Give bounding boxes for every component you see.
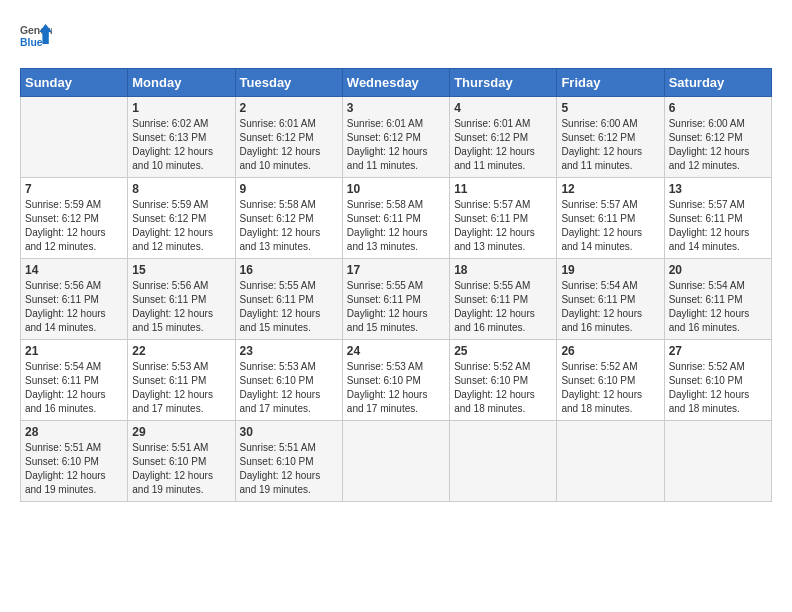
day-number: 21 (25, 344, 123, 358)
day-number: 26 (561, 344, 659, 358)
day-cell: 9Sunrise: 5:58 AM Sunset: 6:12 PM Daylig… (235, 178, 342, 259)
svg-text:Blue: Blue (20, 37, 43, 48)
day-cell: 29Sunrise: 5:51 AM Sunset: 6:10 PM Dayli… (128, 421, 235, 502)
day-cell: 10Sunrise: 5:58 AM Sunset: 6:11 PM Dayli… (342, 178, 449, 259)
day-info: Sunrise: 6:01 AM Sunset: 6:12 PM Dayligh… (347, 117, 445, 173)
col-header-friday: Friday (557, 69, 664, 97)
day-info: Sunrise: 5:51 AM Sunset: 6:10 PM Dayligh… (240, 441, 338, 497)
day-number: 28 (25, 425, 123, 439)
day-number: 25 (454, 344, 552, 358)
day-info: Sunrise: 5:54 AM Sunset: 6:11 PM Dayligh… (561, 279, 659, 335)
day-info: Sunrise: 5:51 AM Sunset: 6:10 PM Dayligh… (132, 441, 230, 497)
day-cell: 25Sunrise: 5:52 AM Sunset: 6:10 PM Dayli… (450, 340, 557, 421)
day-number: 1 (132, 101, 230, 115)
day-cell: 20Sunrise: 5:54 AM Sunset: 6:11 PM Dayli… (664, 259, 771, 340)
day-info: Sunrise: 6:01 AM Sunset: 6:12 PM Dayligh… (454, 117, 552, 173)
day-number: 22 (132, 344, 230, 358)
day-cell: 27Sunrise: 5:52 AM Sunset: 6:10 PM Dayli… (664, 340, 771, 421)
day-info: Sunrise: 5:53 AM Sunset: 6:10 PM Dayligh… (347, 360, 445, 416)
day-number: 13 (669, 182, 767, 196)
column-headers: SundayMondayTuesdayWednesdayThursdayFrid… (21, 69, 772, 97)
day-cell: 19Sunrise: 5:54 AM Sunset: 6:11 PM Dayli… (557, 259, 664, 340)
day-info: Sunrise: 5:59 AM Sunset: 6:12 PM Dayligh… (132, 198, 230, 254)
day-info: Sunrise: 6:00 AM Sunset: 6:12 PM Dayligh… (561, 117, 659, 173)
day-cell: 22Sunrise: 5:53 AM Sunset: 6:11 PM Dayli… (128, 340, 235, 421)
logo-icon: General Blue (20, 20, 52, 52)
day-number: 7 (25, 182, 123, 196)
day-number: 3 (347, 101, 445, 115)
page-header: General Blue (20, 20, 772, 52)
day-cell (664, 421, 771, 502)
day-info: Sunrise: 5:55 AM Sunset: 6:11 PM Dayligh… (240, 279, 338, 335)
day-info: Sunrise: 5:55 AM Sunset: 6:11 PM Dayligh… (454, 279, 552, 335)
day-info: Sunrise: 5:54 AM Sunset: 6:11 PM Dayligh… (25, 360, 123, 416)
day-info: Sunrise: 5:54 AM Sunset: 6:11 PM Dayligh… (669, 279, 767, 335)
day-info: Sunrise: 5:56 AM Sunset: 6:11 PM Dayligh… (25, 279, 123, 335)
day-number: 11 (454, 182, 552, 196)
day-cell: 13Sunrise: 5:57 AM Sunset: 6:11 PM Dayli… (664, 178, 771, 259)
day-number: 24 (347, 344, 445, 358)
day-info: Sunrise: 5:52 AM Sunset: 6:10 PM Dayligh… (669, 360, 767, 416)
day-info: Sunrise: 5:59 AM Sunset: 6:12 PM Dayligh… (25, 198, 123, 254)
day-info: Sunrise: 5:51 AM Sunset: 6:10 PM Dayligh… (25, 441, 123, 497)
day-number: 18 (454, 263, 552, 277)
day-info: Sunrise: 5:57 AM Sunset: 6:11 PM Dayligh… (669, 198, 767, 254)
day-cell: 11Sunrise: 5:57 AM Sunset: 6:11 PM Dayli… (450, 178, 557, 259)
day-cell: 5Sunrise: 6:00 AM Sunset: 6:12 PM Daylig… (557, 97, 664, 178)
day-number: 17 (347, 263, 445, 277)
day-number: 30 (240, 425, 338, 439)
day-number: 12 (561, 182, 659, 196)
day-cell (342, 421, 449, 502)
day-info: Sunrise: 5:57 AM Sunset: 6:11 PM Dayligh… (561, 198, 659, 254)
col-header-thursday: Thursday (450, 69, 557, 97)
day-number: 20 (669, 263, 767, 277)
day-cell: 14Sunrise: 5:56 AM Sunset: 6:11 PM Dayli… (21, 259, 128, 340)
col-header-saturday: Saturday (664, 69, 771, 97)
day-cell: 3Sunrise: 6:01 AM Sunset: 6:12 PM Daylig… (342, 97, 449, 178)
day-cell: 16Sunrise: 5:55 AM Sunset: 6:11 PM Dayli… (235, 259, 342, 340)
col-header-sunday: Sunday (21, 69, 128, 97)
day-cell: 12Sunrise: 5:57 AM Sunset: 6:11 PM Dayli… (557, 178, 664, 259)
day-number: 6 (669, 101, 767, 115)
week-row-1: 1Sunrise: 6:02 AM Sunset: 6:13 PM Daylig… (21, 97, 772, 178)
day-number: 29 (132, 425, 230, 439)
week-row-4: 21Sunrise: 5:54 AM Sunset: 6:11 PM Dayli… (21, 340, 772, 421)
day-number: 19 (561, 263, 659, 277)
day-number: 4 (454, 101, 552, 115)
day-info: Sunrise: 5:56 AM Sunset: 6:11 PM Dayligh… (132, 279, 230, 335)
day-info: Sunrise: 5:53 AM Sunset: 6:11 PM Dayligh… (132, 360, 230, 416)
day-cell: 2Sunrise: 6:01 AM Sunset: 6:12 PM Daylig… (235, 97, 342, 178)
day-number: 15 (132, 263, 230, 277)
day-cell: 28Sunrise: 5:51 AM Sunset: 6:10 PM Dayli… (21, 421, 128, 502)
day-cell: 7Sunrise: 5:59 AM Sunset: 6:12 PM Daylig… (21, 178, 128, 259)
day-info: Sunrise: 5:57 AM Sunset: 6:11 PM Dayligh… (454, 198, 552, 254)
day-cell: 1Sunrise: 6:02 AM Sunset: 6:13 PM Daylig… (128, 97, 235, 178)
day-cell: 26Sunrise: 5:52 AM Sunset: 6:10 PM Dayli… (557, 340, 664, 421)
day-info: Sunrise: 6:02 AM Sunset: 6:13 PM Dayligh… (132, 117, 230, 173)
day-info: Sunrise: 5:55 AM Sunset: 6:11 PM Dayligh… (347, 279, 445, 335)
day-cell: 15Sunrise: 5:56 AM Sunset: 6:11 PM Dayli… (128, 259, 235, 340)
day-info: Sunrise: 5:58 AM Sunset: 6:11 PM Dayligh… (347, 198, 445, 254)
day-info: Sunrise: 5:52 AM Sunset: 6:10 PM Dayligh… (561, 360, 659, 416)
day-cell: 24Sunrise: 5:53 AM Sunset: 6:10 PM Dayli… (342, 340, 449, 421)
day-number: 16 (240, 263, 338, 277)
day-info: Sunrise: 6:01 AM Sunset: 6:12 PM Dayligh… (240, 117, 338, 173)
day-cell: 17Sunrise: 5:55 AM Sunset: 6:11 PM Dayli… (342, 259, 449, 340)
day-number: 8 (132, 182, 230, 196)
week-row-2: 7Sunrise: 5:59 AM Sunset: 6:12 PM Daylig… (21, 178, 772, 259)
day-number: 5 (561, 101, 659, 115)
day-info: Sunrise: 5:53 AM Sunset: 6:10 PM Dayligh… (240, 360, 338, 416)
day-cell: 18Sunrise: 5:55 AM Sunset: 6:11 PM Dayli… (450, 259, 557, 340)
day-number: 9 (240, 182, 338, 196)
day-info: Sunrise: 5:52 AM Sunset: 6:10 PM Dayligh… (454, 360, 552, 416)
day-cell (21, 97, 128, 178)
day-cell (557, 421, 664, 502)
logo: General Blue (20, 20, 52, 52)
day-cell: 6Sunrise: 6:00 AM Sunset: 6:12 PM Daylig… (664, 97, 771, 178)
day-cell: 30Sunrise: 5:51 AM Sunset: 6:10 PM Dayli… (235, 421, 342, 502)
week-row-5: 28Sunrise: 5:51 AM Sunset: 6:10 PM Dayli… (21, 421, 772, 502)
day-info: Sunrise: 6:00 AM Sunset: 6:12 PM Dayligh… (669, 117, 767, 173)
day-cell (450, 421, 557, 502)
day-number: 23 (240, 344, 338, 358)
day-cell: 4Sunrise: 6:01 AM Sunset: 6:12 PM Daylig… (450, 97, 557, 178)
